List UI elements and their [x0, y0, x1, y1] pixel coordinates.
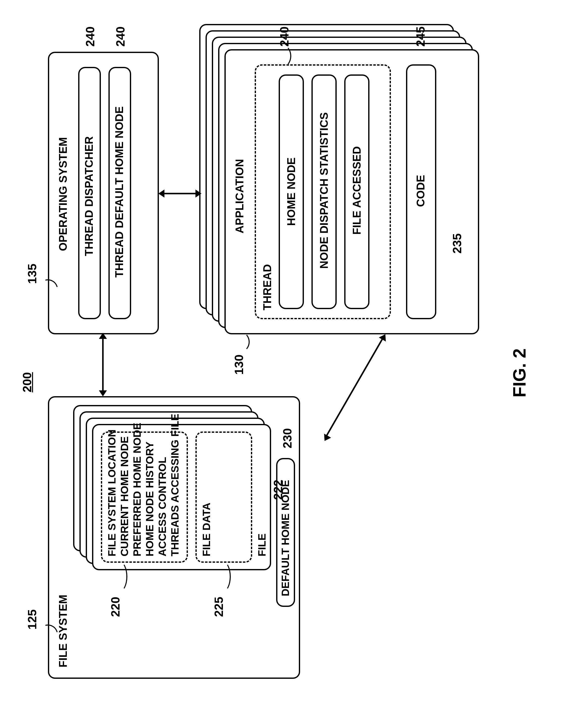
node-dispatch-stats-label: NODE DISPATCH STATISTICS: [318, 112, 330, 269]
fs-l3: PREFERRED HOME NODE: [131, 423, 143, 556]
arrow-fs-app-l: [321, 434, 331, 443]
file-accessed-label: FILE ACCESSED: [350, 146, 363, 235]
app-title: APPLICATION: [233, 159, 246, 233]
diagram-stage: 200 FILE SYSTEM FILE SYSTEM LOCATION CUR…: [0, 0, 576, 728]
ref-225: 225: [212, 597, 226, 617]
arrow-os-app-u: [159, 190, 165, 198]
ref-222: 222: [271, 480, 285, 500]
curve-220: [112, 561, 127, 592]
home-node-label: HOME NODE: [285, 158, 297, 226]
arrow-fs-os: [102, 338, 104, 391]
os-title: OPERATING SYSTEM: [57, 137, 69, 251]
file-system-title: FILE SYSTEM: [57, 595, 69, 667]
ref-130: 130: [232, 355, 246, 375]
arrow-fs-os-r: [99, 333, 107, 339]
file-data-label: FILE DATA: [201, 503, 212, 556]
file-label: FILE: [256, 533, 268, 556]
ref-240b: 240: [114, 27, 127, 47]
arrow-os-app: [164, 193, 196, 194]
ref-220: 220: [109, 597, 122, 617]
thread-dispatcher-label: THREAD DISPATCHER: [83, 136, 95, 256]
arrow-fs-app: [325, 338, 383, 437]
ref-200: 200: [20, 372, 34, 392]
fs-l2: CURRENT HOME NODE: [118, 436, 131, 556]
canvas: 200 FILE SYSTEM FILE SYSTEM LOCATION CUR…: [0, 0, 576, 728]
fs-l6: THREADS ACCESSING FILE: [169, 414, 181, 556]
curve-130: [232, 332, 250, 352]
ref-235: 235: [450, 233, 464, 254]
thread-label: THREAD: [261, 264, 273, 310]
fs-l4: HOME NODE HISTORY: [144, 442, 156, 556]
thread-default-home-node-label: THREAD DEFAULT HOME NODE: [113, 106, 125, 278]
fs-l5: ACCESS CONTROL: [156, 457, 169, 556]
arrow-fs-os-l: [99, 390, 107, 396]
fs-l1: FILE SYSTEM LOCATION: [106, 429, 118, 556]
ref-125: 125: [25, 609, 39, 629]
figure-caption: FIG. 2: [510, 348, 529, 397]
ref-240a: 240: [83, 27, 97, 47]
ref-135: 135: [25, 264, 39, 284]
arrow-os-app-d: [196, 190, 202, 198]
ref-230: 230: [281, 428, 294, 448]
curve-240t: [273, 45, 291, 67]
code-label: CODE: [414, 175, 427, 207]
ref-240-thread: 240: [278, 27, 291, 47]
ref-245: 245: [413, 27, 428, 47]
curve-225: [215, 561, 231, 592]
